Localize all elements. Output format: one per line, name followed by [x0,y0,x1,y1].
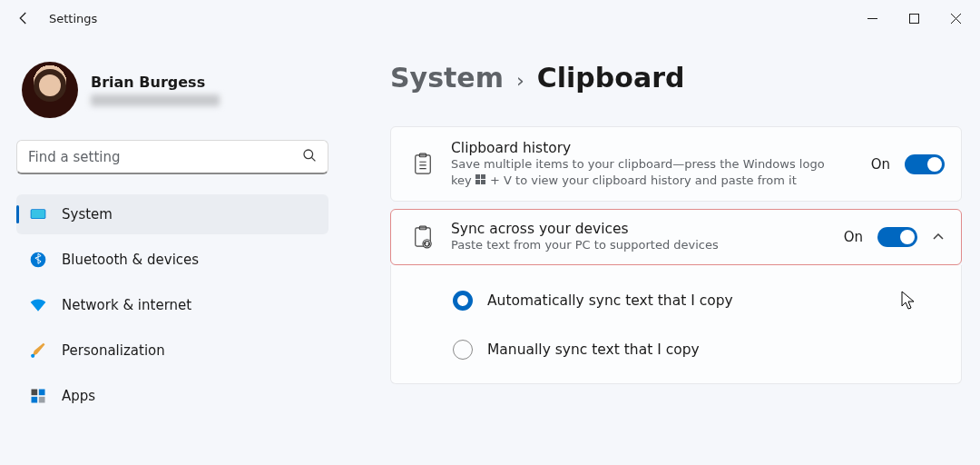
card-title: Clipboard history [451,140,871,156]
search-placeholder: Find a setting [28,149,120,165]
card-sync-devices: Sync across your devices Paste text from… [390,209,962,265]
chevron-right-icon: › [516,69,524,92]
radio-auto-sync[interactable]: Automatically sync text that I copy [453,280,945,329]
toggle-state-text: On [871,156,890,173]
maximize-button[interactable] [893,5,935,32]
sidebar-item-label: Bluetooth & devices [62,252,199,268]
clipboard-history-toggle[interactable] [905,154,945,174]
avatar [22,62,78,118]
back-button[interactable] [4,10,44,26]
svg-point-1 [304,150,313,159]
svg-point-5 [31,354,34,358]
sidebar-item-label: System [62,206,113,223]
sidebar-item-label: Network & internet [62,297,191,313]
paintbrush-icon [29,341,47,360]
sidebar-item-label: Apps [62,388,95,404]
apps-icon [29,387,47,405]
svg-rect-9 [39,397,45,403]
radio-label: Manually sync text that I copy [487,341,700,358]
breadcrumb-parent[interactable]: System [390,62,504,94]
search-input[interactable]: Find a setting [16,140,328,174]
toggle-state-text: On [844,229,863,245]
titlebar: Settings [0,0,980,36]
close-button[interactable] [935,5,976,32]
windows-key-icon [475,174,486,185]
sync-options-panel: Automatically sync text that I copy Manu… [390,265,962,384]
sidebar-item-network[interactable]: Network & internet [16,285,328,325]
sidebar-item-system[interactable]: System [16,194,328,234]
card-subtitle: Paste text from your PC to supported dev… [451,237,844,253]
clipboard-sync-icon [407,225,438,249]
radio-on-icon [453,291,473,311]
svg-rect-7 [39,390,45,396]
sidebar-item-bluetooth[interactable]: Bluetooth & devices [16,240,328,280]
card-subtitle: Save multiple items to your clipboard—pr… [451,156,871,188]
sync-devices-toggle[interactable] [877,227,917,247]
radio-off-icon [453,340,473,360]
expand-chevron-icon[interactable] [932,230,945,243]
wifi-icon [29,296,47,314]
profile-email-redacted [91,94,220,106]
svg-rect-10 [416,154,431,173]
search-icon [302,148,317,166]
svg-rect-3 [32,210,45,218]
profile-name: Brian Burgess [91,74,220,91]
profile-block[interactable]: Brian Burgess [16,36,328,140]
clipboard-icon [407,153,438,176]
radio-manual-sync[interactable]: Manually sync text that I copy [453,329,945,378]
svg-rect-8 [32,397,38,403]
radio-label: Automatically sync text that I copy [487,292,733,309]
minimize-button[interactable] [851,5,893,32]
card-title: Sync across your devices [451,221,844,237]
sidebar: Brian Burgess Find a setting System Blue… [0,36,345,465]
sidebar-item-apps[interactable]: Apps [16,376,328,416]
card-clipboard-history: Clipboard history Save multiple items to… [390,126,962,202]
system-icon [29,205,47,223]
breadcrumb: System › Clipboard [390,62,962,94]
bluetooth-icon [29,251,47,269]
svg-rect-0 [909,14,918,23]
sidebar-item-personalization[interactable]: Personalization [16,331,328,371]
sidebar-item-label: Personalization [62,342,165,359]
breadcrumb-current: Clipboard [537,62,685,94]
main-pane: System › Clipboard Clipboard history Sav… [345,36,980,465]
window-title: Settings [49,12,97,25]
svg-rect-6 [32,390,38,396]
